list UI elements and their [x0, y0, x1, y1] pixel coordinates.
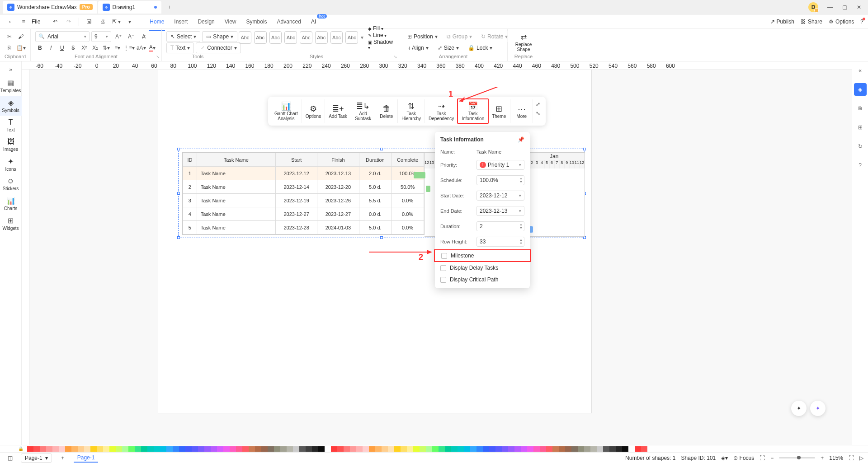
color-swatch[interactable] — [331, 446, 337, 452]
paste-button[interactable]: 📋▾ — [16, 42, 26, 53]
color-swatch[interactable] — [318, 446, 325, 452]
tab-ai[interactable]: AIhot — [310, 16, 317, 28]
color-swatch[interactable] — [33, 446, 40, 452]
share-link[interactable]: ⛓Share — [801, 19, 822, 25]
fab-sparkle[interactable]: ✦ — [791, 401, 807, 416]
color-swatch[interactable] — [432, 446, 439, 452]
pin-icon[interactable]: 📌 — [518, 136, 524, 143]
styles-launcher[interactable]: ↘ — [393, 54, 397, 59]
color-swatch[interactable] — [78, 446, 84, 452]
document-tab[interactable]: ⟐ Drawing1 — [98, 1, 162, 14]
decrease-font-button[interactable]: A⁻ — [126, 31, 137, 42]
back-button[interactable]: ‹ — [5, 16, 15, 27]
style-preset-7[interactable]: Abc — [330, 31, 343, 44]
color-swatch[interactable] — [609, 446, 616, 452]
collapse-rail-button[interactable]: » — [5, 64, 16, 75]
file-menu[interactable]: File — [32, 19, 40, 25]
color-swatch[interactable] — [489, 446, 495, 452]
color-swatch[interactable] — [312, 446, 318, 452]
gantt-row[interactable]: 5Task Name2023-12-282024-01-035.0 d.0.0% — [183, 221, 424, 234]
align-button[interactable]: ⫞ Align▾ — [404, 42, 432, 53]
options-link[interactable]: ⚙Options — [829, 19, 854, 25]
fab-ai[interactable]: ✦ — [810, 401, 826, 416]
tab-insert[interactable]: Insert — [173, 16, 189, 28]
color-swatch[interactable] — [65, 446, 71, 452]
rail-images[interactable]: 🖼Images — [0, 135, 22, 154]
color-swatch[interactable] — [616, 446, 622, 452]
color-swatch[interactable] — [445, 446, 451, 452]
rotate-button[interactable]: ↻ Rotate▾ — [477, 31, 511, 42]
color-swatch[interactable] — [603, 446, 609, 452]
color-swatch[interactable] — [552, 446, 559, 452]
color-swatch[interactable] — [141, 446, 147, 452]
color-swatch[interactable] — [211, 446, 217, 452]
color-swatch[interactable] — [280, 446, 287, 452]
color-swatch[interactable] — [242, 446, 249, 452]
selection-handle[interactable] — [380, 236, 383, 239]
style-preset-3[interactable]: Abc — [269, 31, 282, 44]
color-swatch[interactable] — [559, 446, 565, 452]
new-tab-button[interactable]: + — [165, 3, 174, 12]
gantt-row[interactable]: 2Task Name2023-12-142023-12-205.0 d.50.0… — [183, 180, 424, 194]
rail-widgets[interactable]: ⊞Widgets — [0, 214, 22, 234]
color-swatch[interactable] — [407, 446, 413, 452]
strike-button[interactable]: S̶ — [68, 42, 77, 53]
replace-shape-button[interactable]: ⇄ Replace Shape — [512, 31, 535, 54]
color-swatch[interactable] — [249, 446, 255, 452]
page-select[interactable]: Page-1 ▾ — [21, 454, 52, 463]
tab-advanced[interactable]: Advanced — [276, 16, 302, 28]
pin-icon[interactable]: ⤢ — [536, 101, 540, 108]
pages-button[interactable]: ◫ — [5, 453, 15, 463]
select-button[interactable]: ↖ Select ▾ — [166, 31, 200, 42]
color-swatch[interactable] — [287, 446, 293, 452]
ft-gantt-chart-analysis[interactable]: 📊Gantt ChartAnalysis — [271, 99, 302, 123]
shadow-button[interactable]: ▣ Shadow ▾ — [368, 39, 394, 50]
color-swatch[interactable] — [268, 446, 274, 452]
color-swatch[interactable] — [546, 446, 552, 452]
gantt-row[interactable]: 1Task Name2023-12-122023-12-132.0 d.100.… — [183, 167, 424, 180]
color-swatch[interactable] — [470, 446, 476, 452]
style-preset-5[interactable]: Abc — [300, 31, 312, 44]
styles-more[interactable]: ▾ — [361, 34, 363, 41]
duration-input[interactable]: 2▲▼ — [476, 221, 524, 231]
rail-templates[interactable]: ▦Templates — [0, 76, 22, 96]
page-tab[interactable]: Page-1 — [74, 454, 99, 463]
color-swatch[interactable] — [356, 446, 363, 452]
superscript-button[interactable]: X² — [80, 42, 89, 53]
color-swatch[interactable] — [571, 446, 578, 452]
color-swatch[interactable] — [154, 446, 160, 452]
color-swatch[interactable] — [147, 446, 154, 452]
color-swatch[interactable] — [514, 446, 521, 452]
color-swatch[interactable] — [192, 446, 198, 452]
color-swatch[interactable] — [635, 446, 641, 452]
clear-format-button[interactable]: A̷ — [138, 31, 149, 42]
undo-button[interactable]: ↶ — [50, 16, 61, 27]
help-button[interactable]: ? — [860, 19, 863, 25]
color-swatch[interactable] — [578, 446, 584, 452]
publish-link[interactable]: ↗Publish — [770, 19, 794, 25]
font-color-button[interactable]: A▾ — [148, 42, 157, 53]
selection-handle[interactable] — [177, 236, 180, 239]
display-delay-checkbox[interactable]: Display Delay Tasks — [435, 262, 530, 274]
ft-add-subtask[interactable]: ≣↳AddSubtask — [351, 99, 375, 123]
color-swatch[interactable] — [508, 446, 514, 452]
line-button[interactable]: ✎ Line ▾ — [368, 32, 394, 38]
color-swatch[interactable] — [97, 446, 103, 452]
color-swatch[interactable] — [369, 446, 375, 452]
color-swatch[interactable] — [230, 446, 236, 452]
ft-options[interactable]: ⚙Options — [302, 99, 325, 123]
tab-home[interactable]: Home — [149, 16, 165, 28]
color-swatch[interactable] — [223, 446, 230, 452]
copy-button[interactable]: ⎘ — [5, 42, 14, 53]
ft-more[interactable]: ⋯More — [510, 99, 533, 123]
color-swatch[interactable] — [40, 446, 46, 452]
color-swatch[interactable] — [533, 446, 540, 452]
color-swatch[interactable] — [363, 446, 369, 452]
right-panel-4[interactable]: ↻ — [854, 140, 867, 153]
gantt-bar[interactable] — [414, 172, 425, 178]
layers-button[interactable]: ◈▾ — [721, 455, 728, 461]
style-preset-4[interactable]: Abc — [284, 31, 297, 44]
color-swatch[interactable] — [166, 446, 173, 452]
right-panel-2[interactable]: 🗎 — [854, 102, 867, 115]
size-button[interactable]: ⤢ Size▾ — [434, 42, 462, 53]
